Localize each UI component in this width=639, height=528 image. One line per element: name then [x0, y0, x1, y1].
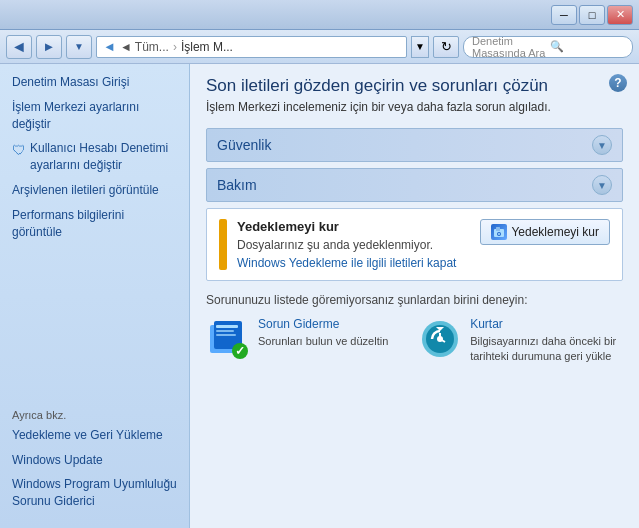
help-section-title: Sorununuzu listede göremiyorsanız şunlar…	[206, 293, 623, 307]
help-cards-container: ✓ Sorun Giderme Sorunları bulun ve düzel…	[206, 317, 623, 365]
help-card-troubleshoot: ✓ Sorun Giderme Sorunları bulun ve düzel…	[206, 317, 406, 365]
sidebar-item-windows-update[interactable]: Windows Update	[12, 452, 177, 469]
sidebar-item-uac-label: Kullanıcı Hesabı Denetimi ayarlarını değ…	[30, 140, 177, 174]
restore-icon	[418, 317, 462, 361]
sidebar-item-dashboard[interactable]: Denetim Masası Girişi	[12, 74, 177, 91]
also-section: Ayrıca bkz. Yedekleme ve Geri Yükleme Wi…	[12, 409, 177, 518]
address-text-prefix: ◄ Tüm...	[120, 40, 169, 54]
maintenance-card-title: Yedeklemeyi kur	[237, 219, 470, 234]
troubleshoot-icon: ✓	[206, 317, 250, 361]
address-dropdown-button[interactable]: ▼	[411, 36, 429, 58]
search-icon: 🔍	[550, 40, 624, 53]
section-security-chevron: ▼	[592, 135, 612, 155]
sidebar: Denetim Masası Girişi İşlem Merkezi ayar…	[0, 64, 190, 528]
address-bar: ◄ ► ▼ ◄ ◄ Tüm... › İşlem M... ▼ ↻ Deneti…	[0, 30, 639, 64]
svg-rect-1	[496, 227, 500, 231]
content-area: ? Son iletileri gözden geçirin ve sorunl…	[190, 64, 639, 528]
section-maintenance-header[interactable]: Bakım ▼	[206, 168, 623, 202]
svg-rect-6	[216, 325, 238, 328]
svg-text:✓: ✓	[235, 344, 245, 358]
section-maintenance-title: Bakım	[217, 177, 257, 193]
address-separator: ›	[173, 40, 177, 54]
section-maintenance-chevron: ▼	[592, 175, 612, 195]
back-button[interactable]: ◄	[6, 35, 32, 59]
sidebar-item-compatibility-label: Windows Program Uyumluluğu Sorunu Gideri…	[12, 476, 177, 510]
address-text-current: İşlem M...	[181, 40, 233, 54]
sidebar-item-compatibility[interactable]: Windows Program Uyumluluğu Sorunu Gideri…	[12, 476, 177, 510]
section-security-title: Güvenlik	[217, 137, 271, 153]
help-card-troubleshoot-title[interactable]: Sorun Giderme	[258, 317, 388, 331]
address-field[interactable]: ◄ ◄ Tüm... › İşlem M...	[96, 36, 407, 58]
sidebar-item-performance[interactable]: Performans bilgilerini görüntüle	[12, 207, 177, 241]
sidebar-item-dashboard-label: Denetim Masası Girişi	[12, 74, 129, 91]
sidebar-item-windows-update-label: Windows Update	[12, 452, 103, 469]
forward-button[interactable]: ►	[36, 35, 62, 59]
close-button[interactable]: ✕	[607, 5, 633, 25]
title-bar: ─ □ ✕	[0, 0, 639, 30]
help-card-restore: Kurtar Bilgisayarınızı daha önceki bir t…	[418, 317, 618, 365]
page-title: Son iletileri gözden geçirin ve sorunlar…	[206, 76, 623, 96]
setup-backup-button[interactable]: Yedeklemeyi kur	[480, 219, 610, 245]
help-section: Sorununuzu listede göremiyorsanız şunlar…	[206, 293, 623, 365]
sidebar-item-archive-label: Arşivlenen iletileri görüntüle	[12, 182, 159, 199]
sidebar-item-backup[interactable]: Yedekleme ve Geri Yükleme	[12, 427, 177, 444]
backup-button-icon	[491, 224, 507, 240]
svg-rect-7	[216, 330, 234, 332]
search-field[interactable]: Denetim Masasında Ara 🔍	[463, 36, 633, 58]
sidebar-item-backup-label: Yedekleme ve Geri Yükleme	[12, 427, 163, 444]
minimize-button[interactable]: ─	[551, 5, 577, 25]
sidebar-item-settings-label: İşlem Merkezi ayarlarını değiştir	[12, 99, 177, 133]
sidebar-item-performance-label: Performans bilgilerini görüntüle	[12, 207, 177, 241]
section-security-header[interactable]: Güvenlik ▼	[206, 128, 623, 162]
also-label: Ayrıca bkz.	[12, 409, 177, 421]
search-placeholder-text: Denetim Masasında Ara	[472, 35, 546, 59]
shield-icon: 🛡	[12, 141, 26, 161]
main-container: Denetim Masası Girişi İşlem Merkezi ayar…	[0, 64, 639, 528]
refresh-button[interactable]: ↻	[433, 36, 459, 58]
help-card-troubleshoot-desc: Sorunları bulun ve düzeltin	[258, 334, 388, 349]
maintenance-card: Yedeklemeyi kur Dosyalarınız şu anda yed…	[206, 208, 623, 281]
sidebar-item-uac[interactable]: 🛡 Kullanıcı Hesabı Denetimi ayarlarını d…	[12, 140, 177, 174]
sidebar-divider	[12, 248, 177, 400]
help-card-restore-title[interactable]: Kurtar	[470, 317, 618, 331]
help-card-restore-text: Kurtar Bilgisayarınızı daha önceki bir t…	[470, 317, 618, 365]
page-subtitle: İşlem Merkezi incelemeniz için bir veya …	[206, 100, 623, 114]
maintenance-card-description: Dosyalarınız şu anda yedeklenmiyor.	[237, 238, 470, 252]
help-card-troubleshoot-text: Sorun Giderme Sorunları bulun ve düzelti…	[258, 317, 388, 349]
svg-point-3	[498, 233, 500, 235]
yellow-status-bar	[219, 219, 227, 270]
help-icon[interactable]: ?	[609, 74, 627, 92]
backup-button-label: Yedeklemeyi kur	[511, 225, 599, 239]
sidebar-item-archive[interactable]: Arşivlenen iletileri görüntüle	[12, 182, 177, 199]
maximize-button[interactable]: □	[579, 5, 605, 25]
address-icon: ◄	[103, 39, 116, 54]
sidebar-item-settings[interactable]: İşlem Merkezi ayarlarını değiştir	[12, 99, 177, 133]
maintenance-dismiss-link[interactable]: Windows Yedekleme ile ilgili iletileri k…	[237, 256, 456, 270]
maintenance-text-area: Yedeklemeyi kur Dosyalarınız şu anda yed…	[237, 219, 470, 270]
recent-pages-button[interactable]: ▼	[66, 35, 92, 59]
help-card-restore-desc: Bilgisayarınızı daha önceki bir tarihtek…	[470, 334, 618, 365]
svg-rect-8	[216, 334, 236, 336]
